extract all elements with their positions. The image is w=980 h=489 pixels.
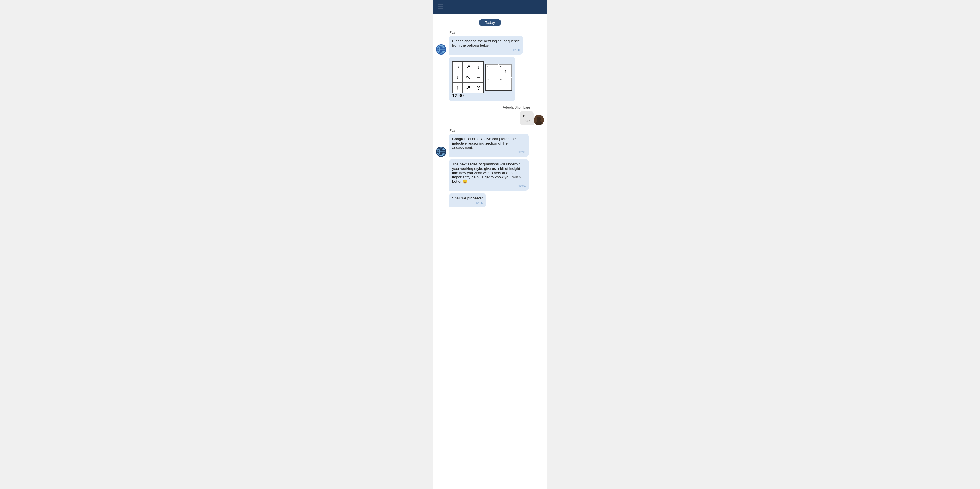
message-bubble-proceed: Shall we proceed? 12.35 bbox=[449, 193, 486, 207]
message-row-congrats: Congratulations! You've completed the in… bbox=[436, 134, 544, 157]
message-row-user: B 12.33 bbox=[436, 111, 544, 125]
option-label-D: D bbox=[500, 78, 502, 81]
matrix-cell-0-1: ↗ bbox=[463, 62, 473, 72]
options-grid: A ↓ B ↑ C ← D → bbox=[485, 64, 512, 91]
puzzle-timestamp: 12.30 bbox=[452, 93, 512, 98]
message-timestamp-1: 12.30 bbox=[452, 49, 520, 52]
congrats-timestamp: 12.34 bbox=[452, 151, 526, 154]
message-row-puzzle: → ↗ ↓ ↓ ↖ ← ↑ ↗ ? A bbox=[436, 57, 544, 101]
option-cell-C[interactable]: C ← bbox=[486, 78, 498, 90]
svg-point-18 bbox=[443, 149, 444, 150]
svg-point-11 bbox=[537, 117, 541, 121]
user-avatar-img bbox=[534, 115, 544, 125]
message-bubble-user: B 12.33 bbox=[520, 111, 534, 125]
menu-icon[interactable]: ☰ bbox=[438, 4, 444, 10]
matrix-cell-0-0: → bbox=[452, 62, 463, 72]
svg-point-19 bbox=[438, 153, 439, 155]
puzzle-bubble: → ↗ ↓ ↓ ↖ ← ↑ ↗ ? A bbox=[449, 57, 515, 101]
matrix-cell-1-0: ↓ bbox=[452, 72, 463, 83]
app-container: ☰ Today Eva bbox=[433, 0, 547, 489]
message-row-proceed: Shall we proceed? 12.35 bbox=[449, 193, 544, 207]
svg-point-8 bbox=[441, 45, 442, 46]
matrix-grid: → ↗ ↓ ↓ ↖ ← ↑ ↗ ? bbox=[452, 62, 484, 93]
matrix-cell-2-1: ↗ bbox=[463, 83, 473, 93]
chat-area: Today Eva Please bbox=[433, 14, 547, 489]
option-arrow-D: → bbox=[503, 81, 508, 86]
today-badge: Today bbox=[436, 19, 544, 26]
user-sender-label: Adeola Shonibare bbox=[503, 105, 530, 110]
message-bubble-1: Please choose the next logical sequence … bbox=[449, 36, 523, 54]
svg-point-9 bbox=[441, 52, 442, 53]
option-cell-D[interactable]: D → bbox=[499, 78, 512, 90]
message-bubble-next: The next series of questions will underp… bbox=[449, 159, 529, 191]
svg-point-4 bbox=[438, 46, 439, 48]
svg-point-6 bbox=[438, 51, 439, 52]
svg-point-20 bbox=[443, 153, 444, 155]
message-bubble-congrats: Congratulations! You've completed the in… bbox=[449, 134, 529, 157]
option-label-B: B bbox=[500, 65, 502, 68]
proceed-text: Shall we proceed? bbox=[452, 196, 483, 200]
option-label-C: C bbox=[487, 78, 488, 81]
option-label-A: A bbox=[487, 65, 488, 68]
svg-point-17 bbox=[438, 149, 439, 150]
eva-avatar-1 bbox=[436, 44, 446, 54]
user-avatar bbox=[534, 115, 544, 125]
svg-point-5 bbox=[443, 46, 444, 48]
matrix-cell-1-1: ↖ bbox=[463, 72, 473, 83]
next-text: The next series of questions will underp… bbox=[452, 162, 521, 183]
message-row-1: Please choose the next logical sequence … bbox=[436, 36, 544, 54]
matrix-cell-0-2: ↓ bbox=[473, 62, 484, 72]
congrats-text: Congratulations! You've completed the in… bbox=[452, 137, 515, 150]
user-message-timestamp: 12.33 bbox=[523, 119, 530, 123]
matrix-container: → ↗ ↓ ↓ ↖ ← ↑ ↗ ? A bbox=[452, 62, 512, 93]
user-message-text: B bbox=[523, 114, 526, 118]
matrix-cell-1-2: ← bbox=[473, 72, 484, 83]
option-arrow-B: ↑ bbox=[504, 68, 506, 73]
proceed-timestamp: 12.35 bbox=[452, 201, 483, 205]
header: ☰ bbox=[433, 0, 547, 14]
message-row-next: The next series of questions will underp… bbox=[449, 159, 544, 191]
eva-sender-label-2: Eva bbox=[449, 129, 544, 133]
option-arrow-A: ↓ bbox=[491, 68, 493, 73]
today-label: Today bbox=[479, 19, 501, 26]
eva-avatar-3 bbox=[436, 147, 446, 157]
eva-sender-label-1: Eva bbox=[449, 31, 544, 35]
option-arrow-C: ← bbox=[490, 81, 494, 86]
matrix-cell-2-2: ? bbox=[473, 83, 484, 93]
matrix-cell-2-0: ↑ bbox=[452, 83, 463, 93]
next-timestamp: 12.34 bbox=[452, 185, 526, 188]
option-cell-B[interactable]: B ↑ bbox=[499, 64, 512, 77]
message-text-1: Please choose the next logical sequence … bbox=[452, 39, 520, 48]
svg-point-7 bbox=[443, 51, 444, 52]
option-cell-A[interactable]: A ↓ bbox=[486, 64, 498, 77]
